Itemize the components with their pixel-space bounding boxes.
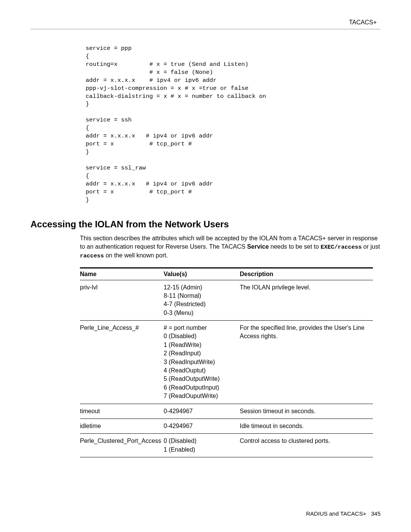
cell-desc: The IOLAN privilege level. [240, 280, 373, 321]
cell-name: idletime [80, 419, 164, 434]
cell-values: 0 (Disabled) 1 (Enabled) [164, 434, 240, 457]
footer-text: RADIUS and TACACS+ [306, 510, 366, 517]
cell-values: # = port number 0 (Disabled) 1 (ReadWrit… [164, 321, 240, 404]
intro-text-3: or just [362, 243, 380, 250]
code-block: service = ppp { routing=x # x = true (Se… [86, 45, 381, 204]
cell-desc: For the specified line, provides the Use… [240, 321, 373, 404]
cell-desc: Session timeout in seconds. [240, 404, 373, 419]
table-row: priv-lvl 12-15 (Admin) 8-11 (Normal) 4-7… [80, 280, 373, 321]
table-row: timeout 0-4294967 Session timeout in sec… [80, 404, 373, 419]
intro-paragraph: This section describes the attributes wh… [80, 234, 381, 260]
cell-values: 0-4294967 [164, 419, 240, 434]
cell-name: Perle_Clustered_Port_Access [80, 434, 164, 457]
cell-values: 12-15 (Admin) 8-11 (Normal) 4-7 (Restric… [164, 280, 240, 321]
th-desc: Description [240, 268, 373, 280]
intro-mono-2: raccess [80, 253, 104, 259]
footer: RADIUS and TACACS+ 345 [306, 510, 381, 517]
cell-name: timeout [80, 404, 164, 419]
cell-name: priv-lvl [80, 280, 164, 321]
table-row: idletime 0-4294967 Idle timeout in secon… [80, 419, 373, 434]
th-name: Name [80, 268, 164, 280]
attribute-table: Name Value(s) Description priv-lvl 12-15… [80, 267, 373, 458]
header-section: TACACS+ [30, 19, 381, 26]
footer-page: 345 [371, 510, 381, 517]
th-values: Value(s) [164, 268, 240, 280]
header-rule [30, 29, 381, 29]
intro-text-2: needs to be set to [269, 243, 320, 250]
table-row: Perle_Line_Access_# # = port number 0 (D… [80, 321, 373, 404]
cell-values: 0-4294967 [164, 404, 240, 419]
intro-mono-1: EXEC/raccess [320, 244, 362, 251]
cell-name: Perle_Line_Access_# [80, 321, 164, 404]
table-row: Perle_Clustered_Port_Access 0 (Disabled)… [80, 434, 373, 457]
cell-desc: Idle timeout in seconds. [240, 419, 373, 434]
intro-service-bold: Service [245, 243, 269, 250]
section-heading: Accessing the IOLAN from the Network Use… [30, 219, 381, 230]
intro-text-4: on the well known port. [104, 252, 168, 259]
cell-desc: Control access to clustered ports. [240, 434, 373, 457]
